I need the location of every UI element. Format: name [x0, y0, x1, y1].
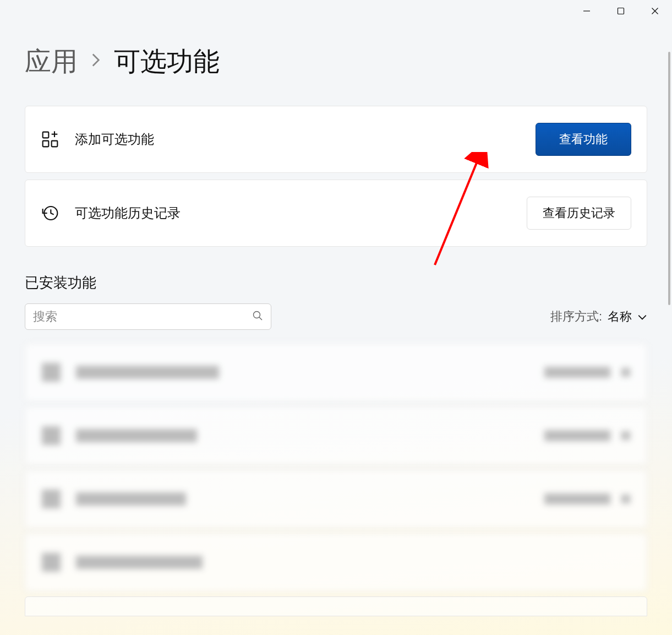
- list-item[interactable]: [25, 406, 647, 465]
- chevron-down-icon: [621, 495, 630, 503]
- chevron-right-icon: [91, 52, 101, 72]
- search-box[interactable]: [25, 303, 271, 330]
- add-feature-label: 添加可选功能: [75, 131, 536, 148]
- sort-value: 名称: [608, 308, 632, 325]
- feature-icon: [42, 553, 61, 572]
- svg-rect-5: [43, 141, 49, 147]
- list-item[interactable]: [25, 470, 647, 528]
- chevron-down-icon: [621, 368, 630, 377]
- history-label: 可选功能历史记录: [75, 204, 527, 222]
- search-icon: [252, 310, 263, 323]
- feature-icon: [42, 490, 61, 508]
- feature-name: [76, 556, 203, 569]
- svg-rect-4: [43, 132, 49, 138]
- chevron-down-icon: [637, 310, 647, 324]
- feature-size: [544, 367, 610, 378]
- feature-name: [76, 429, 197, 442]
- minimize-button[interactable]: [570, 0, 604, 22]
- close-button[interactable]: [638, 0, 672, 22]
- close-icon: [651, 7, 659, 15]
- maximize-button[interactable]: [604, 0, 638, 22]
- feature-icon: [42, 363, 61, 382]
- minimize-icon: [583, 7, 591, 15]
- list-item[interactable]: [25, 596, 647, 616]
- svg-rect-6: [52, 141, 58, 147]
- feature-size: [544, 430, 610, 441]
- view-history-button[interactable]: 查看历史记录: [527, 197, 631, 230]
- feature-icon: [42, 426, 61, 445]
- maximize-icon: [617, 7, 625, 15]
- list-item[interactable]: [25, 343, 647, 401]
- view-features-button[interactable]: 查看功能: [536, 123, 631, 156]
- sort-control[interactable]: 排序方式: 名称: [550, 308, 647, 325]
- search-input[interactable]: [33, 310, 252, 324]
- page-title: 可选功能: [114, 44, 220, 79]
- feature-size: [544, 493, 610, 504]
- scrollbar-thumb[interactable]: [668, 52, 670, 305]
- svg-rect-1: [618, 8, 624, 14]
- breadcrumb-root[interactable]: 应用: [25, 44, 78, 79]
- svg-point-10: [254, 312, 260, 318]
- history-icon: [41, 204, 59, 222]
- chevron-down-icon: [621, 431, 630, 440]
- sort-label: 排序方式:: [550, 308, 602, 325]
- installed-section-title: 已安装功能: [25, 273, 647, 292]
- list-item[interactable]: [25, 533, 647, 591]
- window-controls: [570, 0, 672, 22]
- history-card: 可选功能历史记录 查看历史记录: [25, 180, 647, 247]
- feature-name: [76, 492, 186, 506]
- add-feature-card: 添加可选功能 查看功能: [25, 106, 647, 173]
- svg-line-11: [259, 317, 262, 320]
- breadcrumb: 应用 可选功能: [25, 44, 647, 79]
- apps-add-icon: [41, 130, 59, 149]
- feature-name: [76, 366, 219, 379]
